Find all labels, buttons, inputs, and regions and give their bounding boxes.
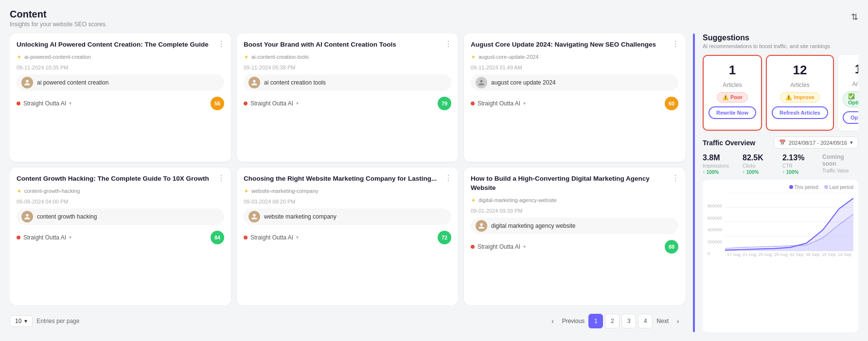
chevron-down-icon[interactable]: ▾ bbox=[69, 101, 71, 106]
app-container: Content Insights for your website SEO sc… bbox=[0, 0, 868, 341]
metric-change: ↑ 100% bbox=[703, 170, 739, 175]
suggestion-card: 1 Articles ⚠️ Poor Rewrite Now bbox=[703, 55, 762, 131]
chevron-down-icon[interactable]: ▾ bbox=[523, 101, 526, 106]
status-dot bbox=[17, 102, 20, 105]
entries-select[interactable]: 10 ▾ bbox=[10, 315, 33, 327]
article-slug: ✦ digital-marketing-agency-website bbox=[471, 197, 678, 204]
page-subtitle: Insights for your website SEO scores. bbox=[10, 21, 107, 28]
x-axis: 17 Aug 21 Aug 25 Aug 29 Aug 02 Sep 06 Se… bbox=[725, 252, 853, 257]
suggestion-card: 12 Articles ⚠️ Improve Refresh Articles bbox=[766, 55, 834, 131]
slug-icon: ✦ bbox=[17, 188, 22, 195]
metric-item: Coming soon Traffic Value bbox=[822, 153, 858, 175]
slug-icon: ✦ bbox=[17, 53, 22, 61]
traffic-title: Traffic Overview bbox=[703, 139, 755, 147]
slug-text: ai-content-creation-tools bbox=[251, 54, 309, 60]
author-name: Straight Outta AI bbox=[478, 100, 520, 107]
status-badge: ✅ Optimized bbox=[843, 91, 858, 107]
status-dot bbox=[244, 236, 248, 239]
avatar bbox=[476, 220, 487, 232]
article-card: ⋮ Boost Your Brand with AI Content Creat… bbox=[237, 34, 458, 162]
traffic-metrics: 3.8M Impressions ↑ 100% 82.5K Clicks ↑ 1… bbox=[703, 153, 858, 175]
article-card: ⋮ Unlocking AI Powered Content Creation:… bbox=[10, 34, 231, 162]
status-dot bbox=[17, 236, 20, 239]
sort-icon[interactable]: ⇅ bbox=[851, 12, 858, 22]
chevron-down-icon[interactable]: ▾ bbox=[296, 101, 299, 106]
slug-text: digital-marketing-agency-website bbox=[478, 197, 557, 203]
article-keyword: august core update 2024 bbox=[471, 74, 678, 91]
metric-value: Coming soon bbox=[822, 153, 858, 167]
card-menu-button[interactable]: ⋮ bbox=[444, 173, 452, 183]
metric-value: 2.13% bbox=[782, 153, 818, 162]
page-3-button[interactable]: 3 bbox=[621, 314, 636, 328]
article-slug: ✦ website-marketing-company bbox=[244, 188, 451, 195]
left-panel: ⋮ Unlocking AI Powered Content Creation:… bbox=[10, 34, 685, 332]
article-title: Content Growth Hacking: The Complete Gui… bbox=[17, 174, 224, 184]
article-date: 09-11-2024 01:49 AM bbox=[471, 65, 678, 70]
suggestions-header: Suggestions AI recommendations to boost … bbox=[703, 34, 858, 49]
this-period-legend: This period bbox=[789, 185, 818, 190]
slug-icon: ✦ bbox=[244, 53, 249, 61]
date-range-value: 2024/08/17 - 2024/09/16 bbox=[789, 140, 847, 146]
suggestion-action-button[interactable]: Optimize bbox=[843, 111, 858, 124]
card-footer: Straight Outta AI ▾ 72 bbox=[244, 231, 451, 244]
author-name: Straight Outta AI bbox=[23, 100, 66, 107]
prev-page-button[interactable]: ‹ bbox=[546, 314, 560, 328]
chevron-down-icon[interactable]: ▾ bbox=[523, 244, 526, 249]
card-menu-button[interactable]: ⋮ bbox=[672, 39, 679, 49]
traffic-chart bbox=[725, 193, 853, 251]
card-author: Straight Outta AI ▾ bbox=[17, 234, 71, 241]
score-badge: 72 bbox=[438, 231, 451, 244]
article-date: 09-11-2024 05:38 PM bbox=[244, 65, 451, 70]
page-2-button[interactable]: 2 bbox=[605, 314, 620, 328]
article-slug: ✦ ai-powered-content-creation bbox=[17, 53, 224, 61]
card-menu-button[interactable]: ⋮ bbox=[444, 39, 452, 49]
date-range-picker[interactable]: 📅 2024/08/17 - 2024/09/16 ▾ bbox=[774, 136, 858, 149]
page-1-button[interactable]: 1 bbox=[588, 314, 603, 328]
article-slug: ✦ ai-content-creation-tools bbox=[244, 53, 451, 61]
status-dot bbox=[471, 102, 475, 105]
avatar bbox=[476, 77, 487, 88]
article-title: How to Build a High-Converting Digital M… bbox=[471, 174, 678, 193]
card-footer: Straight Outta AI ▾ 79 bbox=[244, 97, 451, 110]
traffic-section: Traffic Overview 📅 2024/08/17 - 2024/09/… bbox=[703, 136, 858, 332]
chevron-down-icon[interactable]: ▾ bbox=[296, 235, 299, 240]
suggestion-action-button[interactable]: Refresh Articles bbox=[772, 106, 828, 119]
article-card: ⋮ August Core Update 2024: Navigating Ne… bbox=[464, 34, 685, 162]
card-footer: Straight Outta AI ▾ 60 bbox=[471, 97, 678, 110]
article-date: 09-09-2024 04:00 PM bbox=[17, 199, 224, 205]
page-title: Content bbox=[10, 9, 107, 20]
article-keyword: website marketing company bbox=[244, 208, 451, 225]
card-footer: Straight Outta AI ▾ 56 bbox=[17, 97, 224, 110]
card-menu-button[interactable]: ⋮ bbox=[672, 173, 679, 183]
status-dot bbox=[471, 245, 475, 249]
articles-grid: ⋮ Unlocking AI Powered Content Creation:… bbox=[10, 34, 685, 305]
card-menu-button[interactable]: ⋮ bbox=[217, 39, 225, 49]
suggestion-count: 12 bbox=[793, 63, 807, 78]
author-name: Straight Outta AI bbox=[250, 234, 293, 241]
keyword-text: ai powered content creation bbox=[37, 79, 108, 86]
score-badge: 60 bbox=[665, 97, 678, 110]
page-4-button[interactable]: 4 bbox=[638, 314, 653, 328]
article-title: August Core Update 2024: Navigating New … bbox=[471, 40, 678, 50]
y-axis: 800000 600000 400000 200000 0 bbox=[708, 204, 722, 257]
article-title: Unlocking AI Powered Content Creation: T… bbox=[17, 40, 224, 50]
entries-value: 10 bbox=[15, 318, 21, 324]
avatar bbox=[21, 77, 33, 88]
score-badge: 79 bbox=[438, 97, 451, 110]
card-footer: Straight Outta AI ▾ 84 bbox=[17, 231, 224, 244]
author-name: Straight Outta AI bbox=[478, 243, 520, 250]
card-author: Straight Outta AI ▾ bbox=[471, 100, 526, 107]
next-page-button[interactable]: › bbox=[671, 314, 685, 328]
keyword-text: content growth hacking bbox=[37, 213, 97, 220]
suggestion-action-button[interactable]: Rewrite Now bbox=[709, 106, 756, 119]
metric-item: 3.8M Impressions ↑ 100% bbox=[703, 153, 739, 175]
article-keyword: content growth hacking bbox=[17, 208, 224, 225]
slug-icon: ✦ bbox=[244, 188, 249, 195]
metric-label: CTR bbox=[782, 163, 818, 169]
pagination: ‹ Previous 1 2 3 4 Next › bbox=[546, 314, 685, 328]
card-menu-button[interactable]: ⋮ bbox=[217, 173, 225, 183]
metric-value: 82.5K bbox=[743, 153, 779, 162]
chevron-down-icon[interactable]: ▾ bbox=[69, 235, 71, 240]
article-title: Choosing the Right Website Marketing Com… bbox=[244, 174, 451, 184]
metric-item: 82.5K Clicks ↑ 100% bbox=[743, 153, 779, 175]
